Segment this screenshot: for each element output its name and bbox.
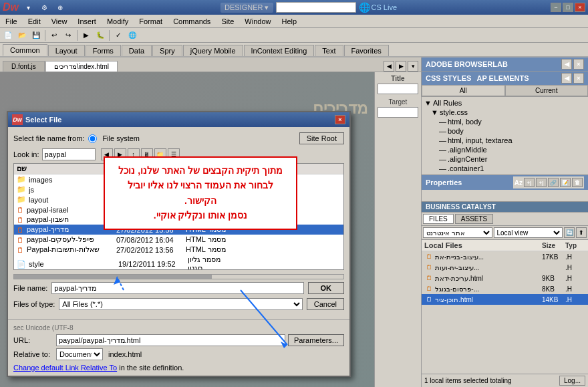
site-root-btn[interactable]: Site Root: [299, 132, 344, 144]
tb-sep3: [109, 30, 110, 41]
files-refresh[interactable]: 🔄: [564, 227, 575, 238]
dialog-close-btn[interactable]: ×: [335, 115, 345, 124]
menu-site[interactable]: Site: [216, 16, 239, 27]
rule-align-center[interactable]: — .alignCenter: [423, 154, 587, 164]
rule-align-middle[interactable]: — .alignMiddle: [423, 145, 587, 154]
browserlab-close[interactable]: ×: [573, 59, 584, 70]
prop-btn3[interactable]: 📝: [560, 178, 571, 187]
file-row-3[interactable]: 🗒 פרסום-בגוגל-... 8KB .H: [422, 283, 588, 294]
tb-redo[interactable]: ↪: [61, 29, 75, 41]
browserlab-section: ADOBE BROWSERLAB ◀ ×: [422, 57, 588, 72]
change-link[interactable]: Change default Link Relative To: [13, 364, 117, 372]
menu-format[interactable]: Format: [134, 16, 168, 27]
menu-edit[interactable]: Edit: [23, 16, 46, 27]
tb-preview[interactable]: ▶: [80, 29, 93, 41]
menu-file[interactable]: File: [0, 16, 23, 27]
menu-window[interactable]: Window: [239, 16, 276, 27]
menu-view[interactable]: View: [46, 16, 73, 27]
file-name-paypal: paypal-פייפל-לעסקים: [27, 235, 114, 244]
tb-save[interactable]: 💾: [29, 29, 43, 41]
maximize-btn[interactable]: □: [563, 3, 573, 12]
look-in-label: Look in:: [13, 150, 39, 158]
file-name-label: File name:: [13, 284, 47, 292]
ok-button[interactable]: OK: [308, 282, 345, 294]
file-name-input[interactable]: [51, 282, 303, 294]
close-btn[interactable]: ×: [575, 3, 585, 12]
rule-body[interactable]: — body: [423, 126, 587, 136]
files-tab[interactable]: FILES: [423, 214, 454, 224]
url-input[interactable]: [56, 334, 285, 346]
all-rules-header: ▼ All Rules: [423, 98, 587, 108]
designer-mode[interactable]: DESIGNER ▾: [220, 3, 273, 13]
cs-live-btn[interactable]: 🌐 CS Live: [359, 2, 398, 13]
site-dropdown[interactable]: אתר אינטרנט: [423, 227, 492, 238]
tb-browser[interactable]: 🌐: [126, 29, 139, 41]
css-close[interactable]: ×: [573, 73, 584, 84]
rule-container1[interactable]: — .container1: [423, 164, 587, 173]
tab-text[interactable]: Text: [315, 45, 343, 56]
tab-common[interactable]: Common: [3, 44, 47, 56]
tab-data[interactable]: Data: [122, 45, 152, 56]
tab-forms[interactable]: Forms: [86, 45, 121, 56]
menu-insert[interactable]: Insert: [72, 16, 102, 27]
tb-new[interactable]: 📄: [1, 29, 15, 41]
change-link2: in the site definition.: [119, 364, 184, 372]
relative-to-select[interactable]: Document: [56, 348, 103, 360]
file-type-1: .H: [565, 264, 585, 271]
tab-spry[interactable]: Spry: [152, 45, 182, 56]
folder-icon-js: 📁: [17, 185, 26, 194]
rule-body-text: body: [448, 127, 464, 135]
log-btn[interactable]: Log...: [559, 376, 585, 386]
tab-favorites[interactable]: Favorites: [344, 45, 389, 56]
tb-open[interactable]: 📂: [15, 29, 29, 41]
file-item-shaelot[interactable]: 🗒 Paypal-שאלות-ותשובות 27/02/2012 13:56 …: [14, 245, 343, 255]
file-icon-2: 🗒: [424, 273, 434, 283]
tab-layout[interactable]: Layout: [48, 45, 85, 56]
select-from-row: Select file name from: File system Site …: [13, 132, 344, 144]
insert-tab-bar: Common Layout Forms Data Spry jQuery Mob…: [0, 43, 588, 57]
toolbar-layout-btn[interactable]: ⚙: [37, 1, 51, 13]
look-in-input[interactable]: [42, 148, 96, 160]
tb-validate[interactable]: ✓: [112, 29, 125, 41]
css-all-tab[interactable]: All: [422, 85, 505, 96]
tab-incontext[interactable]: InContext Editing: [244, 45, 315, 56]
menu-commands[interactable]: Commands: [168, 16, 216, 27]
style-css-item[interactable]: ▼ style.css: [423, 108, 587, 117]
file-item-style[interactable]: 📄 style 19/12/2011 19:52 מסמר גליון סגנו…: [14, 255, 343, 270]
toolbar-ext-btn[interactable]: ⊕: [53, 1, 67, 13]
minimize-btn[interactable]: −: [551, 3, 561, 12]
prop-btn1[interactable]: +|: [524, 178, 535, 187]
css-expand[interactable]: ◀: [561, 73, 572, 84]
file-row-1[interactable]: 🗒 עיצוב-ית-ועות... .H: [422, 262, 588, 273]
browserlab-header: ADOBE BROWSERLAB ◀ ×: [422, 57, 588, 71]
callout-box: מתוך תיקית הקבצים של האתר שלנו, נוכל לבח…: [104, 156, 297, 230]
rule-html-body[interactable]: — html, body: [423, 117, 587, 126]
rule-html-input[interactable]: — html, input, textarea: [423, 136, 587, 145]
menu-modify[interactable]: Modify: [102, 16, 134, 27]
size-col-header: Size: [542, 242, 565, 249]
file-row-2[interactable]: 🗒 עריכת-ידאת.html 9KB .H: [422, 273, 588, 283]
file-system-radio[interactable]: [88, 134, 97, 143]
tb-debug[interactable]: 🐛: [94, 29, 107, 41]
view-dropdown[interactable]: Local view: [494, 227, 563, 238]
file-item-paypal[interactable]: 🗒 paypal-פייפל-לעסקים 07/08/2012 16:04 H…: [14, 235, 343, 245]
params-btn[interactable]: Parameters...: [288, 334, 344, 346]
search-bar[interactable]: [276, 2, 356, 13]
assets-tab[interactable]: ASSETS: [455, 214, 493, 224]
file-row-0[interactable]: 🗒 עיצוב-בניית-את... 17KB .H: [422, 251, 588, 262]
prop-btn2[interactable]: +|: [536, 178, 547, 187]
prop-btn4[interactable]: 🗑: [572, 178, 583, 187]
toolbar-options-btn[interactable]: ▾: [21, 1, 35, 13]
h-scrollbar[interactable]: [13, 274, 344, 279]
prop-link1[interactable]: 🔗: [548, 178, 559, 187]
files-connect[interactable]: ⬆: [576, 227, 587, 238]
menu-bar: File Edit View Insert Modify Format Comm…: [0, 15, 588, 28]
browserlab-expand[interactable]: ◀: [561, 59, 572, 70]
tb-undo[interactable]: ↩: [47, 29, 61, 41]
file-type-select[interactable]: All Files (*.*): [59, 298, 302, 310]
cancel-button[interactable]: Cancel: [307, 298, 344, 310]
css-current-tab[interactable]: Current: [505, 85, 589, 96]
tab-jquery[interactable]: jQuery Mobile: [183, 45, 243, 56]
menu-help[interactable]: Help: [276, 16, 302, 27]
file-row-4[interactable]: 🗒 תוכן-ציר.html 14KB .H: [422, 294, 588, 305]
